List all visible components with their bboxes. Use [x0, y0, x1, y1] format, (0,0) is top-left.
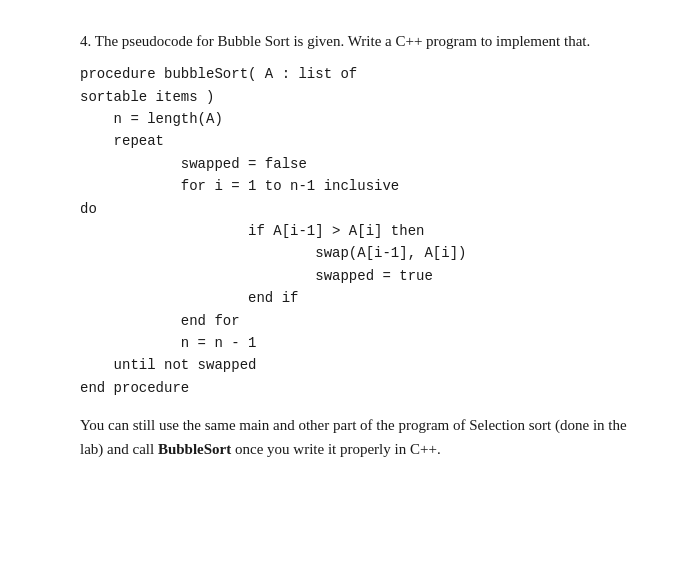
question-label: 4. The pseudocode for Bubble Sort is giv… [80, 30, 650, 53]
footer-end-text: once you write it properly in C++. [231, 441, 440, 457]
pseudocode-block: procedure bubbleSort( A : list of sortab… [80, 63, 650, 399]
footer-text: You can still use the same main and othe… [80, 413, 650, 461]
footer-bold-text: BubbleSort [158, 441, 231, 457]
